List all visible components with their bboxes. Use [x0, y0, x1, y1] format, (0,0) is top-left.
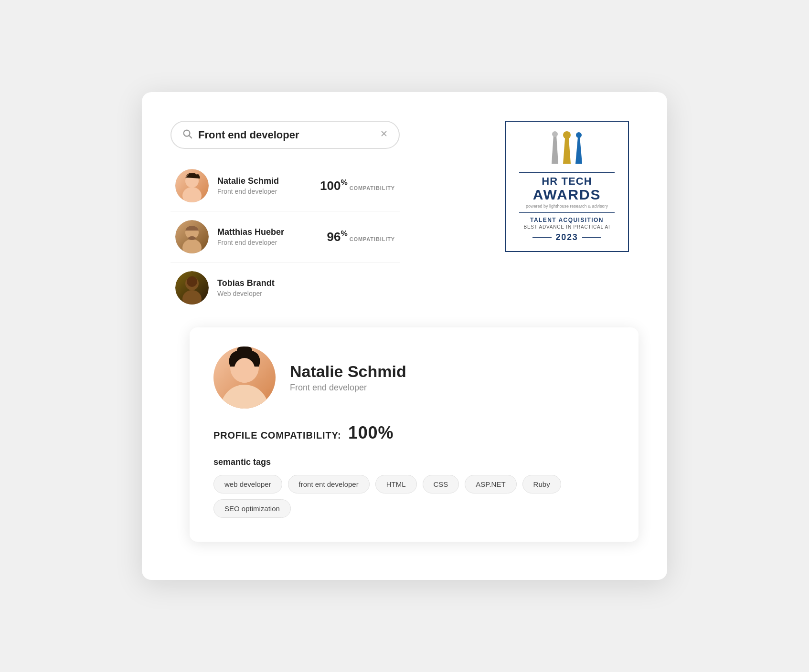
semantic-tags-label: semantic tags — [213, 457, 615, 467]
profile-name-section: Natalie Schmid Front end developer — [290, 362, 406, 393]
avatar-matthias — [175, 220, 209, 253]
trophy-svg — [538, 130, 596, 168]
profile-name: Natalie Schmid — [290, 362, 406, 381]
candidate-row[interactable]: Tobias Brandt Web developer — [170, 262, 400, 313]
awards-year-line-left — [532, 237, 552, 238]
search-query-text: Front end developer — [198, 129, 374, 141]
awards-divider — [519, 212, 615, 213]
awards-year-text: 2023 — [555, 232, 578, 242]
awards-title-text: AWARDS — [519, 187, 615, 203]
tag-aspnet[interactable]: ASP.NET — [465, 475, 516, 494]
candidate-title: Web developer — [217, 290, 395, 297]
hr-tech-text: HR TECH — [519, 176, 615, 187]
svg-point-22 — [234, 358, 255, 383]
avatar — [175, 271, 209, 304]
tags-container: web developer front ent developer HTML C… — [213, 475, 615, 518]
compat-label: COMPATIBILITY — [350, 185, 395, 191]
candidate-info: Natalie Schmid Front end developer — [217, 176, 311, 195]
awards-talent-text: TALENT ACQUISITION — [519, 217, 615, 223]
profile-card: Natalie Schmid Front end developer PROFI… — [190, 327, 639, 542]
awards-panel: HR TECH AWARDS powered by lighthouse res… — [495, 121, 639, 252]
svg-line-1 — [189, 136, 192, 138]
semantic-tags-section: semantic tags web developer front ent de… — [213, 457, 615, 518]
profile-avatar-svg — [213, 346, 276, 409]
svg-marker-12 — [552, 135, 558, 164]
search-box[interactable]: Front end developer — [170, 121, 400, 149]
svg-point-15 — [563, 131, 571, 139]
tag-html[interactable]: HTML — [375, 475, 417, 494]
candidate-name: Matthias Hueber — [217, 227, 318, 237]
svg-point-7 — [182, 239, 202, 253]
search-icon — [182, 128, 192, 141]
svg-point-5 — [182, 187, 202, 202]
compat-pct: 96% — [327, 230, 347, 244]
awards-logo: HR TECH AWARDS powered by lighthouse res… — [505, 121, 629, 252]
tag-css[interactable]: CSS — [423, 475, 459, 494]
svg-point-8 — [188, 236, 196, 240]
compatibility-badge: 100% COMPATIBILITY — [320, 178, 395, 193]
tag-seo[interactable]: SEO optimization — [213, 499, 291, 518]
svg-point-18 — [221, 385, 268, 409]
tag-web-developer[interactable]: web developer — [213, 475, 282, 494]
svg-point-16 — [576, 132, 582, 138]
tag-front-end-developer[interactable]: front ent developer — [288, 475, 370, 494]
profile-role: Front end developer — [290, 383, 406, 393]
avatar — [175, 169, 209, 202]
profile-header: Natalie Schmid Front end developer — [213, 346, 615, 409]
candidate-row[interactable]: Natalie Schmid Front end developer 100% … — [170, 160, 400, 211]
avatar-tobias — [175, 271, 209, 304]
bottom-row: Natalie Schmid Front end developer PROFI… — [170, 327, 639, 542]
awards-trophy-graphic — [519, 130, 615, 168]
compatibility-badge: 96% COMPATIBILITY — [327, 230, 395, 244]
candidate-info: Tobias Brandt Web developer — [217, 278, 395, 297]
awards-year-row: 2023 — [519, 232, 615, 242]
svg-point-17 — [552, 131, 558, 137]
candidate-list: Natalie Schmid Front end developer 100% … — [170, 160, 400, 313]
profile-compat-label: PROFILE COMPATIBILITY: 100% — [213, 430, 394, 441]
avatar-natalie — [175, 169, 209, 202]
awards-year-line-right — [582, 237, 601, 238]
main-container: Front end developer — [142, 92, 667, 580]
awards-best-text: BEST ADVANCE IN PRACTICAL AI — [519, 224, 615, 230]
svg-marker-14 — [575, 137, 582, 164]
compat-label: COMPATIBILITY — [350, 236, 395, 242]
search-panel: Front end developer — [170, 121, 400, 313]
candidate-title: Front end developer — [217, 188, 311, 195]
profile-avatar — [213, 346, 276, 409]
top-row: Front end developer — [170, 121, 639, 313]
candidate-name: Natalie Schmid — [217, 176, 311, 186]
avatar — [175, 220, 209, 253]
tag-ruby[interactable]: Ruby — [522, 475, 561, 494]
svg-point-10 — [182, 290, 202, 304]
close-icon[interactable] — [380, 129, 388, 140]
candidate-row[interactable]: Matthias Hueber Front end developer 96% … — [170, 211, 400, 262]
svg-point-11 — [187, 276, 197, 287]
candidate-info: Matthias Hueber Front end developer — [217, 227, 318, 246]
candidate-title: Front end developer — [217, 239, 318, 246]
awards-powered-text: powered by lighthouse research & advisor… — [519, 204, 615, 209]
profile-compat-row: PROFILE COMPATIBILITY: 100% — [213, 423, 615, 443]
candidate-name: Tobias Brandt — [217, 278, 395, 288]
compat-pct: 100% — [320, 178, 348, 193]
